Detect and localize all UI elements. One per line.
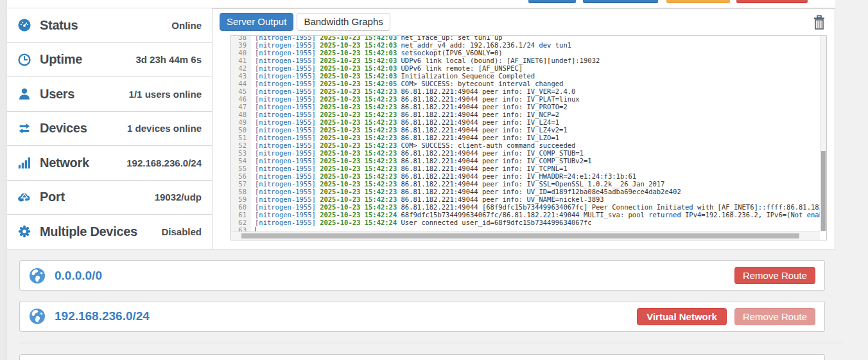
log-line: [nitrogen-1955]2025-10-23 15:42:2386.81.… (255, 134, 820, 141)
log-line-number: 49 (231, 118, 250, 126)
sidebar-label-port: Port (40, 190, 65, 204)
log-line: [nitrogen-1955]2025-10-23 15:42:2386.81.… (255, 111, 820, 118)
log-line: [nitrogen-1955]2025-10-23 15:42:05COM> S… (255, 80, 820, 87)
sidebar-row-uptime: Uptime 3d 23h 44m 6s (7, 43, 213, 78)
log-line: [nitrogen-1955]2025-10-23 15:42:2386.81.… (255, 180, 820, 188)
route-row-virtual-network: 192.168.236.0/24 Virtual Network Remove … (19, 301, 825, 332)
log-line: [nitrogen-1955]2025-10-23 15:42:2386.81.… (255, 172, 820, 180)
tab-server-output[interactable]: Server Output (220, 13, 293, 31)
log-line: [nitrogen-1955]2025-10-23 15:42:2386.81.… (255, 95, 820, 103)
log-line: [nitrogen-1955]2025-10-23 15:42:2386.81.… (255, 188, 820, 195)
log-line-number-gutter: 38 39 40 41 42 43 44 45 46 47 (231, 36, 250, 231)
log-line: [nitrogen-1955]2025-10-23 15:42:23COM> S… (255, 141, 820, 149)
sidebar-row-users: Users 1/1 users online (7, 77, 213, 112)
partial-button-blue-2[interactable] (583, 0, 658, 3)
trash-icon[interactable] (812, 15, 826, 30)
log-line: [nitrogen-1955]2025-10-23 15:42:2386.81.… (255, 118, 820, 126)
sidebar-value-users: 1/1 users online (129, 89, 202, 100)
status-sidebar: Status Online Uptime 3d 23h 44m 6s Users… (7, 8, 213, 249)
sidebar-row-status: Status Online (7, 8, 213, 43)
signal-bars-icon (17, 156, 31, 170)
tab-bandwidth-graphs[interactable]: Bandwidth Graphs (297, 13, 390, 31)
log-line-number: 57 (231, 180, 250, 188)
log-line-number: 63 (231, 226, 250, 231)
log-line-number: 51 (231, 134, 250, 141)
log-line-number: 43 (231, 72, 250, 80)
log-line-number: 58 (231, 188, 250, 195)
log-line-number: 62 (231, 219, 250, 226)
log-line-number: 53 (231, 149, 250, 157)
user-icon (17, 87, 31, 101)
sidebar-row-multiple-devices: Multiple Devices Disabled (7, 215, 213, 249)
log-line-number: 61 (231, 211, 250, 219)
log-line: [nitrogen-1955]2025-10-23 15:42:2386.81.… (255, 157, 820, 165)
log-line-number: 48 (231, 111, 250, 118)
sidebar-row-devices: Devices 1 devices online (7, 112, 213, 147)
sidebar-label-multiple-devices: Multiple Devices (40, 224, 137, 239)
partial-button-orange[interactable] (666, 0, 730, 3)
log-line: [nitrogen-1955]2025-10-23 15:42:2386.81.… (255, 87, 820, 95)
log-line-number: 40 (231, 49, 250, 57)
log-line: [nitrogen-1955]2025-10-23 15:42:03net_if… (255, 36, 820, 41)
log-line-number: 38 (231, 36, 250, 41)
section-divider (19, 343, 842, 343)
sidebar-value-uptime: 3d 23h 44m 6s (135, 54, 202, 65)
gear-icon (17, 224, 31, 239)
text-cursor (255, 227, 256, 231)
virtual-network-button[interactable]: Virtual Network (637, 308, 727, 325)
log-line-number: 44 (231, 80, 250, 87)
log-line-number: 46 (231, 95, 250, 103)
route-cidr: 192.168.236.0/24 (55, 309, 150, 323)
log-line-number: 39 (231, 41, 250, 49)
sidebar-row-network: Network 192.168.236.0/24 (7, 146, 213, 181)
sidebar-label-users: Users (40, 87, 74, 102)
globe-icon (29, 308, 46, 325)
log-line: [nitrogen-1955]2025-10-23 15:42:2386.81.… (255, 195, 820, 203)
log-line-number: 55 (231, 165, 250, 172)
sidebar-label-network: Network (40, 156, 89, 170)
cloud-upload-icon (17, 190, 31, 204)
vertical-scrollbar[interactable] (820, 36, 826, 231)
log-line-number: 50 (231, 126, 250, 134)
log-line-number: 56 (231, 172, 250, 180)
server-log-viewer: 38 39 40 41 42 43 44 45 46 47 (230, 35, 827, 240)
sidebar-label-uptime: Uptime (40, 52, 82, 67)
sidebar-value-status: Online (171, 20, 202, 31)
partial-button-red[interactable] (736, 0, 808, 3)
page-left-gutter (0, 0, 6, 360)
route-cidr: 0.0.0.0/0 (55, 269, 102, 283)
log-line: [nitrogen-1955]2025-10-23 15:42:03Initia… (255, 72, 820, 80)
sidebar-value-multiple-devices: Disabled (161, 226, 202, 237)
log-line-number: 45 (231, 87, 250, 95)
sidebar-value-devices: 1 devices online (127, 123, 202, 134)
log-line: [nitrogen-1955]2025-10-23 15:42:03setsoc… (255, 49, 820, 57)
horizontal-scrollbar[interactable] (231, 231, 820, 240)
sidebar-value-port: 19032/udp (155, 192, 202, 203)
log-line: [nitrogen-1955]2025-10-23 15:42:2468f9df… (255, 211, 820, 219)
log-line: [nitrogen-1955]2025-10-23 15:42:2386.81.… (255, 149, 820, 157)
horizontal-scrollbar-thumb[interactable] (241, 233, 799, 239)
log-line: [nitrogen-1955]2025-10-23 15:42:03UDPv6 … (255, 57, 820, 64)
panel-tabs: Server Output Bandwidth Graphs (220, 13, 390, 31)
log-line: [nitrogen-1955]2025-10-23 15:42:2386.81.… (255, 103, 820, 111)
route-row-default: 0.0.0.0/0 Remove Route (19, 260, 825, 291)
sidebar-value-network: 192.168.236.0/24 (126, 158, 202, 168)
sidebar-label-devices: Devices (40, 121, 87, 136)
log-line: [nitrogen-1955]2025-10-23 15:42:2386.81.… (255, 203, 820, 211)
globe-icon (29, 267, 46, 284)
partial-button-blue-1[interactable] (528, 0, 576, 3)
log-line-number: 59 (231, 195, 250, 203)
log-line-number: 41 (231, 57, 250, 64)
sidebar-label-status: Status (40, 18, 78, 33)
log-line: [nitrogen-1955]2025-10-23 15:42:03net_ad… (255, 41, 820, 49)
remove-route-button[interactable]: Remove Route (734, 267, 815, 284)
tachometer-icon (17, 18, 31, 32)
vertical-scrollbar-thumb[interactable] (821, 151, 826, 231)
log-line: [nitrogen-1955]2025-10-23 15:42:2386.81.… (255, 126, 820, 134)
log-line (255, 226, 820, 231)
log-line-number: 54 (231, 157, 250, 165)
remove-route-button-disabled[interactable]: Remove Route (734, 308, 815, 325)
route-actions: Remove Route (734, 267, 815, 284)
log-line-number: 47 (231, 103, 250, 111)
log-line-number: 52 (231, 141, 250, 149)
